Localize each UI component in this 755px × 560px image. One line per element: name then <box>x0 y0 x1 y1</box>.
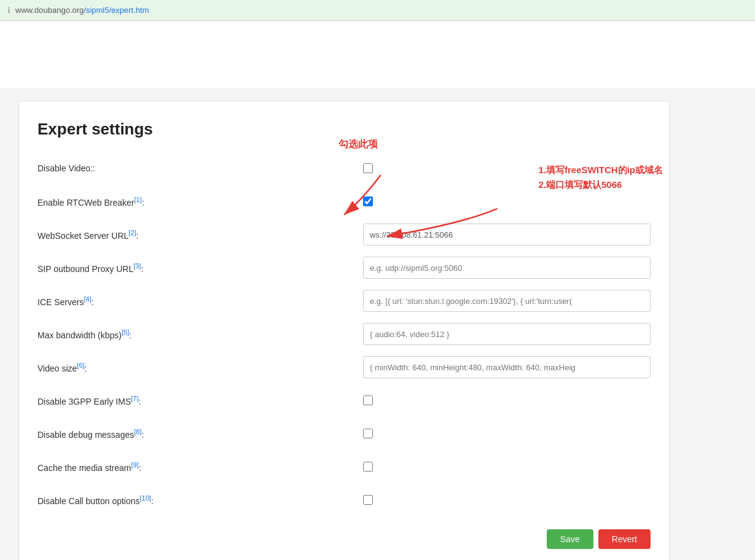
checkbox-disable-video[interactable] <box>363 163 373 173</box>
label-disable-3gpp: Disable 3GPP Early IMS[7]: <box>37 395 363 406</box>
top-spacer <box>0 21 755 88</box>
annotation-check-label: 勾选此项 <box>338 138 378 151</box>
checkbox-disable-debug[interactable] <box>363 429 373 438</box>
form-row-disable-debug: Disable debug messages[8]: <box>37 422 651 445</box>
label-disable-call-btn: Disable Call button options[10]: <box>37 494 363 506</box>
label-max-bandwidth: Max bandwidth (kbps)[5]: <box>37 329 363 340</box>
label-disable-video: Disable Video:: <box>37 163 363 173</box>
form-row-max-bandwidth: Max bandwidth (kbps)[5]: <box>37 323 651 345</box>
form-row-disable-3gpp: Disable 3GPP Early IMS[7]: <box>37 389 651 411</box>
input-sip-proxy[interactable] <box>363 257 651 279</box>
form-row-websocket-url: WebSocket Server URL[2]: <box>37 224 651 246</box>
input-ice-servers[interactable] <box>363 290 651 312</box>
url-host: www.doubango.org <box>15 6 84 15</box>
url-path: /sipml5/expert.htm <box>84 6 149 15</box>
checkbox-disable-3gpp[interactable] <box>363 395 373 405</box>
label-enable-rtcweb: Enable RTCWeb Breaker[1]: <box>37 196 363 208</box>
label-websocket-url: WebSocket Server URL[2]: <box>37 229 363 241</box>
main-content: 勾选此项 1.填写freeSWITCH的ip或域名 2.端口填写默认5066 E… <box>0 88 755 560</box>
label-video-size: Video size[6]: <box>37 362 363 373</box>
input-max-bandwidth[interactable] <box>363 323 651 345</box>
form-row-enable-rtcweb: Enable RTCWeb Breaker[1]: <box>37 190 651 212</box>
checkbox-enable-rtcweb[interactable] <box>363 196 373 206</box>
settings-box: 勾选此项 1.填写freeSWITCH的ip或域名 2.端口填写默认5066 E… <box>18 101 670 560</box>
address-bar: ℹ www.doubango.org/sipml5/expert.htm <box>0 0 755 21</box>
form-row-disable-video: Disable Video:: <box>37 157 651 179</box>
label-disable-debug: Disable debug messages[8]: <box>37 428 363 440</box>
input-video-size[interactable] <box>363 356 651 378</box>
form-row-ice-servers: ICE Servers[4]: <box>37 290 651 312</box>
save-button[interactable]: Save <box>547 529 593 549</box>
form-row-disable-call-btn: Disable Call button options[10]: <box>37 489 651 511</box>
label-sip-proxy: SIP outbound Proxy URL[3]: <box>37 262 363 274</box>
input-websocket-url[interactable] <box>363 224 651 246</box>
info-icon: ℹ <box>7 6 10 15</box>
checkbox-cache-media[interactable] <box>363 462 373 472</box>
revert-button[interactable]: Revert <box>598 529 651 549</box>
page-title: Expert settings <box>37 120 651 139</box>
url-display: www.doubango.org/sipml5/expert.htm <box>15 6 149 15</box>
form-row-cache-media: Cache the media stream[9]: <box>37 456 651 478</box>
form-fields: Disable Video::Enable RTCWeb Breaker[1]:… <box>37 157 651 511</box>
buttons-row: Save Revert <box>37 529 651 549</box>
checkbox-disable-call-btn[interactable] <box>363 495 373 505</box>
form-row-sip-proxy: SIP outbound Proxy URL[3]: <box>37 257 651 279</box>
label-ice-servers: ICE Servers[4]: <box>37 295 363 307</box>
form-row-video-size: Video size[6]: <box>37 356 651 378</box>
label-cache-media: Cache the media stream[9]: <box>37 461 363 473</box>
